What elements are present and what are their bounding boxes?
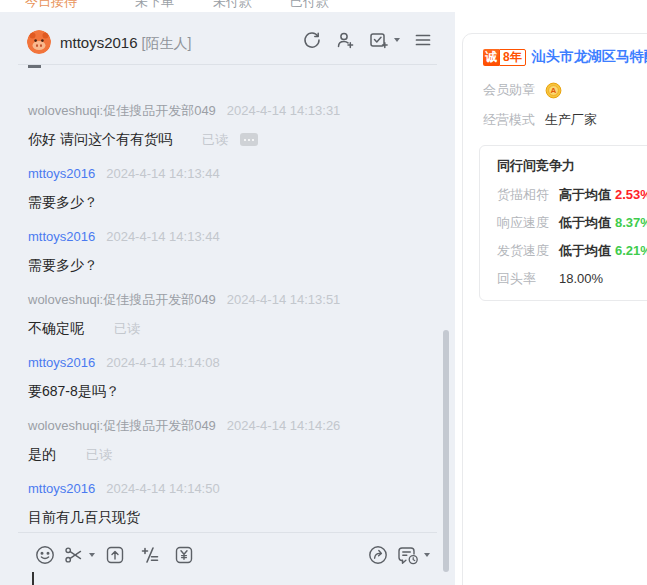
chat-message: mttoys20162024-4-14 14:14:50 目前有几百只现货 bbox=[28, 481, 440, 527]
user-info-panel: 诚8年 汕头市龙湖区马特配 会员勋章 A 经营模式 生产厂家 同行间竞争力 货描… bbox=[455, 0, 647, 585]
refresh-icon[interactable] bbox=[302, 30, 322, 50]
read-receipt: 已读 bbox=[86, 445, 112, 464]
message-sender[interactable]: woloveshuqi:促佳搜品开发部049 bbox=[28, 418, 216, 433]
message-sender[interactable]: mttoys2016 bbox=[28, 166, 95, 181]
message-timestamp: 2024-4-14 14:14:26 bbox=[227, 418, 340, 433]
top-tab[interactable]: 已付款 bbox=[290, 0, 329, 11]
stat-value: 18.00% bbox=[559, 271, 603, 286]
chat-message: mttoys20162024-4-14 14:13:44 需要多少？ bbox=[28, 229, 440, 275]
chat-message: woloveshuqi:促佳搜品开发部0492024-4-14 14:13:31… bbox=[28, 103, 440, 149]
chat-header: mttoys2016[陌生人] bbox=[0, 12, 455, 64]
message-sender[interactable]: mttoys2016 bbox=[28, 229, 95, 244]
stat-row: 回头率 18.00% bbox=[497, 271, 647, 286]
message-sender[interactable]: mttoys2016 bbox=[28, 355, 95, 370]
message-text: 要687-8是吗？ bbox=[28, 382, 120, 401]
business-model-row: 经营模式 生产厂家 bbox=[483, 111, 647, 129]
chevron-down-icon bbox=[394, 38, 400, 42]
chat-scrollbar[interactable] bbox=[443, 330, 449, 572]
message-timestamp: 2024-4-14 14:14:50 bbox=[106, 481, 219, 496]
chat-message: woloveshuqi:促佳搜品开发部0492024-4-14 14:14:26… bbox=[28, 418, 440, 464]
message-timestamp: 2024-4-14 14:13:44 bbox=[106, 166, 219, 181]
top-tab[interactable]: 未下单 bbox=[135, 0, 174, 11]
stat-label: 响应速度 bbox=[497, 215, 559, 230]
credit-years-badge: 诚8年 bbox=[483, 49, 526, 66]
stat-row: 响应速度 低于均值 8.37% ↓ bbox=[497, 215, 647, 230]
chat-pane: mttoys2016[陌生人] bbox=[0, 12, 455, 585]
create-task-icon[interactable] bbox=[368, 30, 400, 50]
scissors-icon[interactable] bbox=[63, 544, 95, 566]
red-packet-icon[interactable] bbox=[173, 544, 195, 566]
message-text: 需要多少？ bbox=[28, 256, 98, 275]
message-list[interactable]: woloveshuqi:促佳搜品开发部0492024-4-14 14:13:31… bbox=[0, 65, 440, 544]
message-sender[interactable]: mttoys2016 bbox=[28, 481, 95, 496]
top-tab[interactable]: 今日接待 bbox=[25, 0, 77, 11]
stat-value: 8.37% bbox=[615, 215, 647, 230]
company-name-link[interactable]: 汕头市龙湖区马特配 bbox=[532, 48, 647, 66]
message-timestamp: 2024-4-14 14:13:51 bbox=[227, 292, 340, 307]
chevron-down-icon bbox=[89, 553, 95, 557]
read-receipt: 已读 bbox=[202, 130, 228, 149]
read-receipt: 已读 bbox=[114, 319, 140, 338]
chat-message: woloveshuqi:促佳搜品开发部0492024-4-14 14:13:51… bbox=[28, 292, 440, 338]
message-text: 是的 bbox=[28, 445, 56, 464]
seller-info-card: 诚8年 汕头市龙湖区马特配 会员勋章 A 经营模式 生产厂家 同行间竞争力 货描… bbox=[462, 33, 647, 585]
message-timestamp: 2024-4-14 14:14:08 bbox=[106, 355, 219, 370]
top-tab[interactable]: 未付款 bbox=[213, 0, 252, 11]
message-text: 目前有几百只现货 bbox=[28, 508, 140, 527]
message-text: 你好 请问这个有有货吗 bbox=[28, 130, 172, 149]
chat-toolbar bbox=[0, 543, 455, 569]
message-text: 需要多少？ bbox=[28, 193, 98, 212]
stat-label: 货描相符 bbox=[497, 187, 559, 202]
message-sender[interactable]: woloveshuqi:促佳搜品开发部049 bbox=[28, 103, 216, 118]
toolbar-divider bbox=[18, 532, 437, 533]
stat-value: 6.21% bbox=[615, 243, 647, 258]
message-sender[interactable]: woloveshuqi:促佳搜品开发部049 bbox=[28, 292, 216, 307]
quote-icon[interactable] bbox=[139, 544, 161, 566]
chat-history-icon[interactable] bbox=[396, 544, 430, 566]
chat-message: mttoys20162024-4-14 14:13:44 需要多少？ bbox=[28, 166, 440, 212]
stat-prefix: 低于均值 bbox=[559, 243, 611, 258]
svg-text:A: A bbox=[551, 86, 557, 95]
gold-medal-icon: A bbox=[545, 82, 562, 99]
chat-message: mttoys20162024-4-14 14:14:08 要687-8是吗？ bbox=[28, 355, 440, 401]
stat-label: 回头率 bbox=[497, 271, 559, 286]
competitiveness-title: 同行间竞争力 bbox=[497, 158, 647, 174]
text-input-cursor[interactable] bbox=[32, 572, 34, 585]
message-timestamp: 2024-4-14 14:13:44 bbox=[106, 229, 219, 244]
stat-prefix: 高于均值 bbox=[559, 187, 611, 202]
emoji-icon[interactable] bbox=[34, 544, 56, 566]
message-timestamp: 2024-4-14 14:13:31 bbox=[227, 103, 340, 118]
message-more-button[interactable] bbox=[240, 133, 258, 146]
upload-image-icon[interactable] bbox=[104, 544, 126, 566]
peer-name: mttoys2016[陌生人] bbox=[60, 34, 191, 53]
forward-icon[interactable] bbox=[367, 544, 389, 566]
stat-row: 发货速度 低于均值 6.21% ↓ bbox=[497, 243, 647, 258]
stat-row: 货描相符 高于均值 2.53% ↑ bbox=[497, 187, 647, 202]
peer-relationship-tag: [陌生人] bbox=[142, 35, 192, 51]
stat-label: 发货速度 bbox=[497, 243, 559, 258]
chevron-down-icon bbox=[424, 553, 430, 557]
member-medal-row: 会员勋章 A bbox=[483, 81, 647, 99]
message-text: 不确定呢 bbox=[28, 319, 84, 338]
avatar[interactable] bbox=[27, 30, 51, 54]
add-contact-icon[interactable] bbox=[335, 30, 355, 50]
menu-icon[interactable] bbox=[413, 30, 433, 50]
stat-value: 2.53% bbox=[615, 187, 647, 202]
competitiveness-card: 同行间竞争力 货描相符 高于均值 2.53% ↑ 响应速度 低于均值 8.37%… bbox=[479, 145, 647, 301]
stat-prefix: 低于均值 bbox=[559, 215, 611, 230]
